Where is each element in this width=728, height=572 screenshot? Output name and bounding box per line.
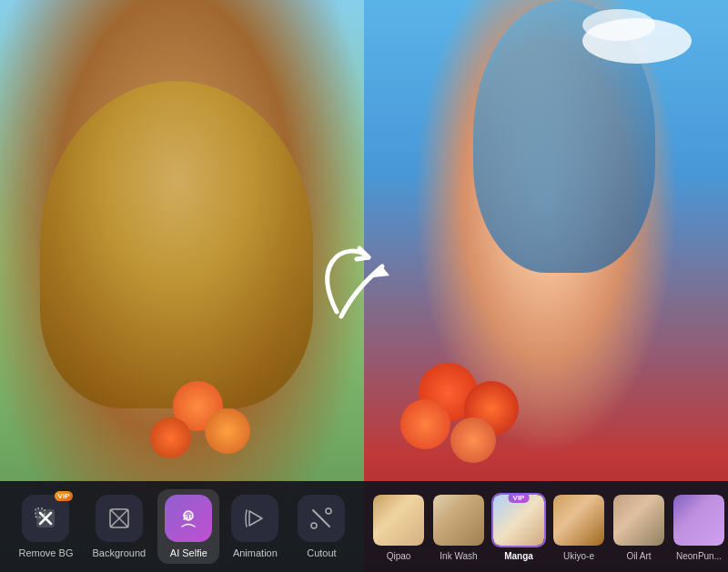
thumb-neon-punk-img — [672, 493, 726, 547]
tool-background[interactable]: Background — [86, 489, 154, 564]
thumb-neon-punk-label: NeonPun... — [676, 551, 722, 561]
thumb-oil-art[interactable]: Oil Art — [612, 493, 666, 561]
tool-cutout-label: Cutout — [307, 547, 336, 558]
thumb-neon-punk[interactable]: NeonPun... — [672, 493, 726, 561]
remove-bg-icon — [33, 506, 58, 531]
thumb-qipao-label: Qipao — [387, 551, 411, 561]
thumb-ink-wash-img — [431, 493, 486, 547]
animation-icon — [242, 506, 268, 531]
cutout-icon — [308, 506, 334, 531]
vip-badge-remove-bg: VIP — [55, 491, 74, 501]
thumb-ukiyo-e-label: Ukiyo-e — [563, 551, 594, 561]
right-photo-panel: Qipao Ink Wash VIP Manga — [364, 0, 728, 572]
thumb-oil-art-img — [612, 493, 666, 547]
style-thumbnails: Qipao Ink Wash VIP Manga — [364, 481, 728, 572]
svg-marker-7 — [249, 511, 262, 526]
background-icon — [106, 506, 132, 531]
thumb-manga-label: Manga — [504, 551, 533, 561]
tool-animation-label: Animation — [233, 547, 278, 558]
thumb-qipao-img — [371, 493, 426, 547]
svg-point-9 — [311, 523, 317, 528]
thumb-ukiyo-e[interactable]: Ukiyo-e — [551, 493, 606, 561]
thumb-ink-wash[interactable]: Ink Wash — [431, 493, 486, 561]
tool-ai-selfie[interactable]: AI AI Selfie — [157, 489, 219, 564]
flowers-decoration — [146, 372, 282, 481]
thumb-oil-art-label: Oil Art — [626, 551, 651, 561]
thumb-ukiyo-e-img — [551, 493, 606, 547]
tool-remove-bg[interactable]: VIP Remove BG — [12, 489, 81, 564]
vip-badge-manga: VIP — [509, 493, 530, 503]
tool-remove-bg-label: Remove BG — [19, 547, 74, 558]
thumb-qipao[interactable]: Qipao — [371, 493, 426, 561]
tool-cutout[interactable]: Cutout — [290, 489, 352, 564]
tool-background-label: Background — [93, 547, 147, 558]
toolbar: VIP Remove BG — [0, 481, 364, 572]
thumb-ink-wash-label: Ink Wash — [440, 551, 477, 561]
svg-point-10 — [326, 508, 331, 514]
thumb-manga[interactable]: VIP Manga — [491, 493, 546, 561]
main-content: VIP Remove BG — [0, 0, 728, 572]
tool-ai-selfie-label: AI Selfie — [170, 547, 207, 558]
thumb-manga-img: VIP — [491, 493, 546, 547]
svg-text:AI: AI — [183, 513, 191, 522]
left-photo-panel: VIP Remove BG — [0, 0, 364, 572]
tool-animation[interactable]: Animation — [224, 489, 286, 564]
ai-selfie-icon: AI — [176, 506, 201, 531]
hair-decoration — [40, 81, 313, 408]
